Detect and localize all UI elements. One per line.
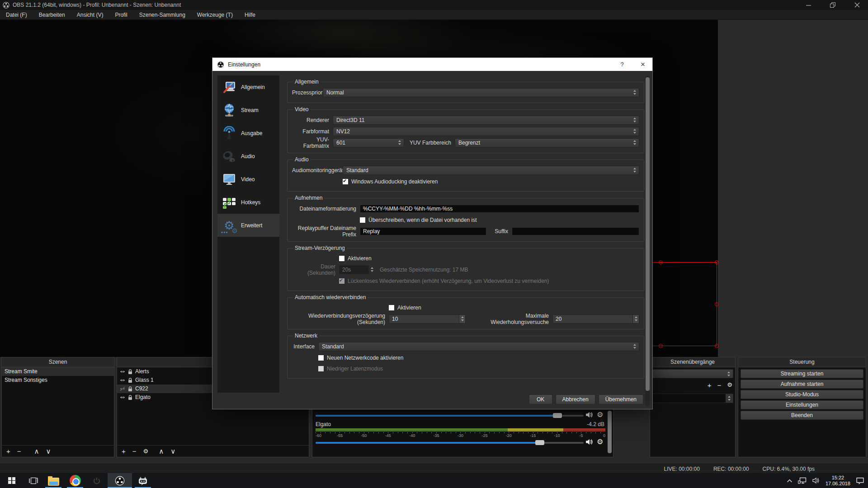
minimize-button[interactable] (806, 3, 811, 8)
selection-handle[interactable] (715, 302, 719, 306)
menu-datei[interactable]: Datei (F) (0, 10, 33, 20)
overwrite-checkbox[interactable] (360, 217, 365, 223)
volume-slider[interactable] (316, 442, 584, 444)
nav-item-allgemein[interactable]: Allgemein (217, 75, 279, 99)
eye-icon[interactable] (120, 378, 125, 383)
renderer-select[interactable]: Direct3D 11 (333, 116, 639, 125)
selection-handle[interactable] (715, 260, 719, 264)
minus-icon[interactable]: − (717, 381, 722, 389)
lock-icon[interactable] (127, 378, 133, 383)
nav-item-erweitert[interactable]: ⚙ ⚙ ••• Erweitert (217, 214, 279, 237)
stream-delay-enable-checkbox[interactable] (339, 256, 344, 261)
minus-icon[interactable]: − (17, 446, 21, 457)
selection-handle[interactable] (659, 260, 663, 264)
gear-icon[interactable]: ⚙ (597, 410, 603, 419)
transition-duration-field[interactable] (652, 394, 733, 403)
start-recording-button[interactable]: Aufnahme starten (741, 380, 863, 389)
scene-item[interactable]: Stream Sonstiges (2, 376, 114, 385)
volume-slider-handle[interactable] (535, 440, 544, 445)
audio-ducking-checkbox[interactable] (343, 179, 348, 184)
exit-button[interactable]: Beenden (741, 411, 863, 420)
dialog-scrollbar-thumb[interactable] (646, 77, 650, 391)
eye-slash-icon[interactable] (120, 386, 125, 391)
reconnect-delay-spinner[interactable]: 10 (389, 314, 466, 324)
help-button[interactable]: ? (617, 60, 627, 70)
chatbot-app-button[interactable] (133, 473, 153, 488)
filename-format-input[interactable]: %CCYY-%MM-%DD %hh-%mm-%ss (360, 205, 639, 213)
lock-icon[interactable] (127, 369, 133, 375)
plus-icon[interactable]: + (122, 446, 126, 457)
mixer-scrollbar[interactable] (608, 411, 612, 453)
dialog-scrollbar[interactable] (645, 76, 650, 406)
color-format-select[interactable]: NV12 (333, 127, 639, 136)
app-button[interactable] (87, 473, 107, 488)
preserve-connect-checkbox[interactable] (339, 278, 344, 284)
chevron-down-icon[interactable]: ∨ (46, 446, 51, 457)
ok-button[interactable]: OK (529, 394, 552, 404)
interface-select[interactable]: Standard (318, 342, 639, 351)
restore-button[interactable] (830, 2, 835, 8)
yuv-matrix-select[interactable]: 601 (333, 138, 404, 147)
speaker-icon[interactable] (585, 411, 593, 420)
monitoring-device-select[interactable]: Standard (343, 166, 639, 175)
chevron-down-icon[interactable]: ∨ (170, 446, 175, 457)
network-icon[interactable] (798, 477, 807, 484)
chevron-up-icon[interactable]: ∧ (34, 446, 39, 457)
tray-expand-icon[interactable] (787, 479, 793, 483)
speaker-icon[interactable] (812, 477, 820, 484)
menu-profil[interactable]: Profil (109, 10, 133, 20)
nav-item-hotkeys[interactable]: Hotkeys (217, 191, 279, 214)
minus-icon[interactable]: − (132, 446, 137, 457)
nav-item-stream[interactable]: Stream (217, 99, 279, 122)
settings-button[interactable]: Einstellungen (741, 400, 863, 409)
volume-slider-handle[interactable] (553, 413, 562, 418)
reconnect-enable-checkbox[interactable] (389, 305, 394, 310)
action-center-icon[interactable] (856, 477, 864, 484)
obs-taskbar-button[interactable] (108, 473, 132, 488)
file-explorer-button[interactable] (43, 473, 63, 488)
gear-icon[interactable]: ⚙ (597, 437, 603, 446)
lock-icon[interactable] (127, 386, 133, 392)
low-latency-checkbox[interactable] (318, 366, 324, 371)
close-button[interactable] (854, 2, 860, 8)
dialog-titlebar[interactable]: Einstellungen (212, 58, 652, 71)
selection-handle[interactable] (659, 344, 663, 348)
start-button[interactable] (2, 473, 22, 488)
eye-icon[interactable] (120, 395, 125, 400)
menu-ansicht[interactable]: Ansicht (V) (71, 10, 109, 20)
gear-icon[interactable]: ⚙ (143, 446, 149, 457)
lock-icon[interactable] (127, 395, 133, 400)
replay-prefix-input[interactable]: Replay (360, 227, 486, 235)
scene-item[interactable]: Stream Smite (2, 367, 114, 376)
menu-bearbeiten[interactable]: Bearbeiten (33, 10, 71, 20)
apply-button[interactable]: Übernehmen (599, 394, 643, 404)
menu-werkzeuge[interactable]: Werkzeuge (T) (191, 10, 239, 20)
process-priority-select[interactable]: Normal (323, 88, 639, 97)
nav-item-video[interactable]: Video (217, 168, 279, 191)
transition-select[interactable] (652, 369, 733, 378)
start-streaming-button[interactable]: Streaming starten (741, 369, 863, 378)
gear-icon[interactable]: ⚙ (727, 381, 732, 389)
reconnect-max-spinner[interactable]: 20 (552, 314, 639, 324)
selection-handle[interactable] (715, 344, 719, 348)
yuv-range-select[interactable]: Begrenzt (455, 138, 639, 147)
volume-slider[interactable] (316, 415, 584, 417)
suffix-input[interactable] (512, 227, 639, 235)
chrome-button[interactable] (65, 473, 85, 488)
task-view-button[interactable] (24, 473, 43, 488)
studio-mode-button[interactable]: Studio-Modus (741, 390, 863, 399)
new-networkcode-checkbox[interactable] (318, 355, 324, 361)
delay-duration-spinner[interactable]: 20s (339, 265, 369, 274)
cancel-button[interactable]: Abbrechen (556, 394, 595, 404)
plus-icon[interactable]: + (708, 381, 712, 389)
taskbar-clock[interactable]: 15:22 17.06.2018 (826, 475, 850, 487)
speaker-icon[interactable] (585, 438, 593, 447)
dialog-close-button[interactable]: × (637, 59, 649, 70)
nav-item-ausgabe[interactable]: Ausgabe (217, 122, 279, 145)
nav-item-audio[interactable]: Audio (217, 145, 279, 168)
chevron-up-icon[interactable]: ∧ (159, 446, 164, 457)
eye-icon[interactable] (120, 369, 125, 374)
menu-hilfe[interactable]: Hilfe (239, 10, 261, 20)
menu-szenen-sammlung[interactable]: Szenen-Sammlung (133, 10, 191, 20)
source-selection-rect[interactable] (653, 262, 717, 346)
